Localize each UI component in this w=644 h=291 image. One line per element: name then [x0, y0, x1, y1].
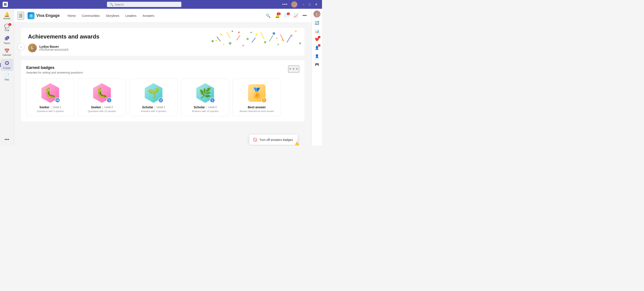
- badge-desc-seeker-l2: Questions with 10 upvotes: [88, 110, 116, 112]
- svg-point-16: [264, 41, 266, 43]
- svg-point-20: [299, 42, 301, 44]
- badge-count-scholar-l2: 1: [210, 98, 215, 103]
- hamburger-menu-button[interactable]: ☰: [18, 12, 24, 20]
- badge-name-best-answer: Best answer: [248, 106, 266, 109]
- user-avatar-titlebar[interactable]: [291, 1, 297, 8]
- title-bar: T 🔍 ••• − □ ✕: [0, 0, 322, 9]
- sidebar-label-teams: Teams: [4, 42, 10, 44]
- badge-desc-best-answer: Answer selected as best answer: [240, 110, 274, 112]
- analytics-nav-button[interactable]: 📈: [292, 12, 300, 20]
- svg-point-33: [295, 30, 296, 32]
- badge-icon-best-answer: 🏅 5: [247, 83, 267, 103]
- context-menu: 🚫 Turn off answers badges 👆: [250, 134, 298, 145]
- badge-card-best-answer: 🏅 5 Best answer Answer selected as best …: [233, 78, 281, 116]
- teams-logo-icon: T: [2, 2, 8, 7]
- nav-link-communities[interactable]: Communities: [79, 12, 102, 19]
- global-search-bar[interactable]: 🔍: [107, 2, 181, 7]
- sidebar-item-teams[interactable]: T Teams: [1, 34, 13, 46]
- right-sidebar-heart-icon[interactable]: ❤️!: [314, 36, 320, 43]
- engage-icon: [4, 60, 10, 66]
- sidebar-more-button[interactable]: •••: [3, 135, 11, 144]
- nav-link-leaders[interactable]: Leaders: [123, 12, 139, 19]
- badge-name-seeker-l1: Seeker: [40, 106, 50, 109]
- badge-name-row-scholar-l2: Scholar | Level 2: [194, 106, 216, 109]
- back-button[interactable]: ‹: [18, 43, 24, 50]
- user-role: PROGRAM MANAGER: [40, 48, 69, 52]
- badges-menu-button[interactable]: • • •: [288, 66, 299, 73]
- search-icon: 🔍: [110, 3, 113, 6]
- sidebar-item-activity[interactable]: 🔔 Activity: [1, 10, 13, 22]
- svg-point-30: [232, 31, 233, 32]
- viva-logo-icon: V: [28, 12, 34, 19]
- user-name: Lydya Bauer: [40, 45, 69, 48]
- right-sidebar: L 🔄 📊 ❤️! 👤1 👤 🎮: [312, 9, 322, 146]
- nav-link-storylines[interactable]: Storylines: [103, 12, 122, 19]
- messages-badge: 5: [287, 12, 290, 15]
- nav-link-answers[interactable]: Answers: [140, 12, 157, 19]
- badge-name-seeker-l2: Seeker: [91, 106, 101, 109]
- files-icon: 📄: [4, 74, 10, 78]
- badge-name-scholar-l2: Scholar: [194, 106, 205, 109]
- eye-off-icon: 🚫: [253, 138, 257, 142]
- badge-card-seeker-l1: 🐛 19 Seeker | Level 1 Questions with 3 u…: [26, 78, 74, 116]
- badge-name-row-scholar-l1: Scholar | Level 1: [142, 106, 165, 109]
- badge-name-scholar-l1: Scholar: [142, 106, 153, 109]
- notifications-nav-button[interactable]: 🔔 12: [274, 12, 281, 20]
- badge-name-row-best-answer: Best answer: [248, 106, 266, 109]
- right-sidebar-chart-icon[interactable]: 📊: [314, 28, 320, 34]
- badge-level-scholar-l1: Level 1: [156, 106, 165, 109]
- nav-link-home[interactable]: Home: [65, 12, 78, 19]
- right-sidebar-game-icon[interactable]: 🎮: [314, 61, 320, 68]
- sidebar-item-chat[interactable]: 1 💬 Chat: [1, 22, 13, 33]
- right-sidebar-user2-icon[interactable]: 👤1: [314, 44, 320, 51]
- badge-desc-seeker-l1: Questions with 3 upvotes: [37, 110, 64, 112]
- badges-title: Earned badges: [26, 66, 83, 70]
- badge-icon-seeker-l1: 🐛 19: [40, 83, 60, 103]
- right-sidebar-avatar[interactable]: L: [314, 10, 320, 18]
- sidebar-item-files[interactable]: 📄 Files: [1, 72, 13, 83]
- calendar-icon: 📅: [4, 49, 10, 53]
- badge-desc-scholar-l2: Answers with 10 upvotes: [192, 110, 218, 112]
- teams-sidebar: 🔔 Activity 1 💬 Chat T Teams 📅 Calender: [0, 9, 14, 146]
- badge-card-seeker-l2: 🐛 3 Seeker | Level 2 Questions with 10 u…: [78, 78, 126, 116]
- user-details: Lydya Bauer PROGRAM MANAGER: [40, 45, 69, 52]
- activity-icon: 🔔: [4, 12, 10, 17]
- badge-level-scholar-l2: Level 2: [208, 106, 217, 109]
- badge-count-best-answer: 5: [262, 98, 267, 103]
- hand-cursor-icon: 👆: [294, 141, 300, 146]
- sidebar-item-calendar[interactable]: 📅 Calender: [1, 47, 13, 58]
- minimize-button[interactable]: −: [301, 2, 306, 7]
- turn-off-badges-label: Turn off answers badges: [260, 138, 293, 142]
- search-input[interactable]: [114, 3, 179, 6]
- maximize-button[interactable]: □: [307, 2, 312, 7]
- sidebar-item-engage[interactable]: Engage: [1, 59, 13, 71]
- app-container: 🔔 Activity 1 💬 Chat T Teams 📅 Calender: [0, 9, 322, 146]
- badge-count-seeker-l2: 3: [106, 98, 112, 103]
- right-sidebar-user3-icon[interactable]: 👤: [314, 52, 320, 60]
- titlebar-more-button[interactable]: •••: [280, 2, 290, 7]
- top-nav-links: Home Communities Storylines Leaders Answ…: [65, 12, 157, 19]
- badge-count-seeker-l1: 19: [55, 98, 60, 103]
- sidebar-label-files: Files: [4, 78, 9, 81]
- messages-nav-button[interactable]: ✉️ 5: [283, 12, 290, 20]
- badge-count-scholar-l1: 17: [158, 98, 164, 103]
- right-sidebar-refresh-icon[interactable]: 🔄: [314, 19, 320, 26]
- sidebar-label-calendar: Calender: [2, 54, 12, 56]
- notifications-badge: 12: [277, 12, 281, 15]
- svg-text:T: T: [7, 37, 8, 38]
- svg-point-13: [238, 32, 240, 33]
- badge-desc-scholar-l1: Answers with 3 upvotes: [141, 110, 166, 112]
- turn-off-badges-menu-item[interactable]: 🚫 Turn off answers badges: [250, 136, 298, 144]
- badges-title-area: Earned badges Awarded for asking and ans…: [26, 66, 83, 74]
- page-title: Achievements and awards: [28, 33, 298, 40]
- close-button[interactable]: ✕: [313, 2, 320, 7]
- sidebar-label-engage: Engage: [3, 67, 10, 69]
- svg-text:V: V: [30, 14, 32, 17]
- user2-badge: 1: [318, 44, 320, 46]
- more-nav-button[interactable]: •••: [301, 12, 308, 19]
- search-nav-button[interactable]: 🔍: [264, 12, 272, 20]
- top-nav-icons: 🔍 🔔 12 ✉️ 5 📈 •••: [264, 12, 308, 20]
- badge-cards-container: 🐛 19 Seeker | Level 1 Questions with 3 u…: [26, 78, 299, 116]
- heart-badge: !: [318, 36, 320, 38]
- badge-card-scholar-l1: 🌱 17 Scholar | Level 1 Answers with 3 up…: [130, 78, 178, 116]
